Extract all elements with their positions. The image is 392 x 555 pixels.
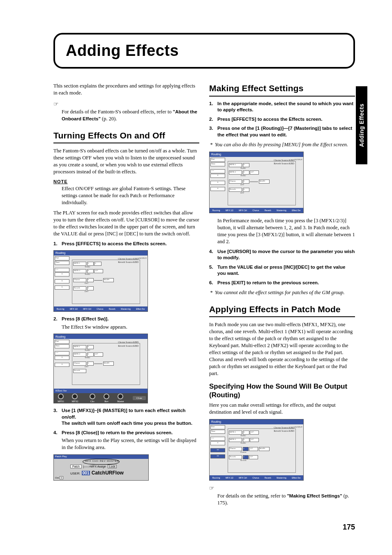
side-tab: Adding Effects	[356, 86, 367, 164]
page-title-banner: Adding Effects	[53, 33, 355, 69]
sub1-p1: Here you can make overall settings for e…	[209, 402, 355, 416]
reference-icon	[53, 101, 60, 107]
screenshot-routing-1: Routing Part Tone ---- 0 0 0 Chorus	[53, 250, 148, 312]
right-step-6-star: You cannot edit the effect settings for …	[209, 289, 355, 296]
screenshot-routing-bottom: Routing Part Tone ---- 0 50 50 Chor	[209, 419, 304, 481]
reference-icon-2	[209, 486, 215, 491]
screenshot-routing-right: Routing Part Tone ---- 0 0 0 Chorus	[209, 152, 304, 213]
right-after-img: In Performance mode, each time you press…	[209, 217, 355, 245]
sec1-p2: The PLAY screen for each mode provides e…	[53, 210, 199, 237]
left-step-2-body: The Effect Sw window appears.	[62, 324, 199, 331]
right-step-3: 3.Press one of the [1 (Routing)]—[7 (Mas…	[209, 125, 355, 138]
side-tab-label: Adding Effects	[358, 104, 366, 147]
right-step-6: 6.Press [EXIT] to return to the previous…	[209, 280, 355, 286]
screenshot-effect-sw: Routing Part Tone ---- 0 0 Chorus Source…	[53, 334, 148, 403]
page-title: Adding Effects	[66, 40, 343, 61]
section-turning-effects: Turning Effects On and Off	[53, 130, 199, 143]
ref1-c: (p. 20).	[101, 116, 117, 122]
ref2: For details on the setting, refer to "Ma…	[209, 493, 355, 507]
screenshot-patch-play: Patch Play MFX CHO REV MASTER Patch |---…	[53, 454, 149, 481]
note-icon: NOTE	[53, 179, 199, 185]
right-column: Making Effect Settings 1.In the appropri…	[209, 83, 355, 509]
left-column: This section explains the procedures and…	[53, 83, 199, 509]
ref1: For details of the Fantom-S's onboard ef…	[53, 108, 199, 122]
left-step-1-text: Press [EFFECTS] to access the Effects sc…	[62, 241, 167, 246]
sec1-note: Effect ON/OFF settings are global Fantom…	[53, 185, 199, 206]
section-applying-patch: Applying Effects in Patch Mode	[209, 304, 355, 317]
page-number: 175	[53, 522, 355, 532]
left-step-4-text: Press [8 (Close)] to return to the previ…	[62, 430, 173, 435]
right-step-2: 2.Press [EFFECTS] to access the Effects …	[209, 116, 355, 123]
ref1-a: For details of the Fantom-S's onboard ef…	[62, 109, 173, 115]
left-step-1: 1.Press [EFFECTS] to access the Effects …	[53, 241, 199, 247]
sec1-p1: The Fantom-S's onboard effects can be tu…	[53, 147, 199, 175]
left-step-3: 3. Use [1 (MFX1)]–[6 (MASTER)] to turn e…	[53, 408, 199, 427]
left-step-3a: Use [1 (MFX1)]–[6 (MASTER)] to turn each…	[62, 408, 186, 419]
right-step-1: 1.In the appropriate mode, select the so…	[209, 101, 355, 113]
section-making-settings: Making Effect Settings	[209, 83, 355, 96]
left-step-3b: The switch will turn on/off each time yo…	[62, 421, 192, 426]
right-step-3-star: You can also do this by pressing [MENU] …	[209, 141, 355, 148]
subsection-routing: Specifying How the Sound Will Be Output …	[209, 382, 355, 399]
sec3-p1: In Patch mode you can use two multi-effe…	[209, 321, 355, 377]
left-step-2-text: Press [8 (Effect Sw)].	[62, 316, 108, 321]
left-step-2: 2.Press [8 (Effect Sw)]. The Effect Sw w…	[53, 316, 199, 330]
left-step-4: 4.Press [8 (Close)] to return to the pre…	[53, 430, 199, 451]
scr-header: Routing	[54, 251, 148, 256]
left-step-4-body: When you return to the Play screen, the …	[62, 437, 199, 451]
right-step-4: 4.Use [CURSOR] to move the cursor to the…	[209, 249, 355, 261]
intro-text: This section explains the procedures and…	[53, 83, 199, 97]
right-step-5: 5.Turn the VALUE dial or press [INC]/[DE…	[209, 264, 355, 277]
